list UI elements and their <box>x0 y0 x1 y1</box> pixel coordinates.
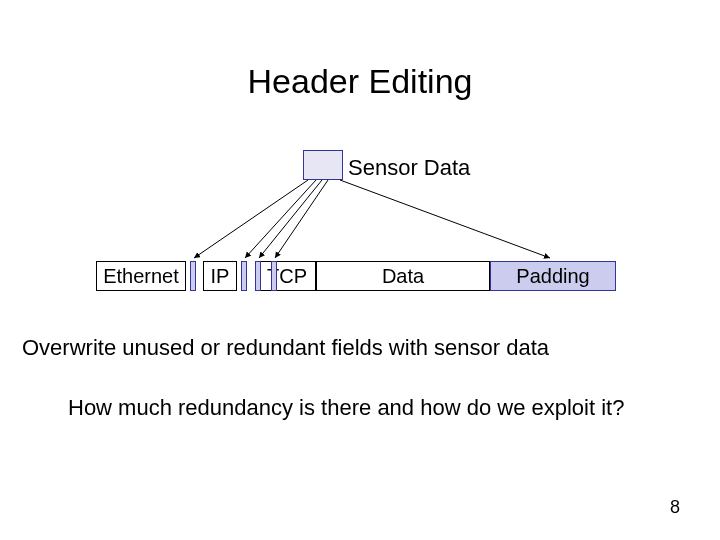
svg-line-0 <box>194 180 308 258</box>
body-line-2: How much redundancy is there and how do … <box>68 395 624 421</box>
svg-line-4 <box>340 180 550 258</box>
segment-padding: Padding <box>490 261 616 291</box>
body-line-1: Overwrite unused or redundant fields wit… <box>22 335 549 361</box>
segment-ip: IP <box>203 261 237 291</box>
page-number: 8 <box>670 497 680 518</box>
segment-tcp: TCP <box>258 261 316 291</box>
overwrite-stripe <box>271 261 277 291</box>
svg-line-1 <box>245 180 316 258</box>
overwrite-stripe <box>190 261 196 291</box>
sensor-data-box <box>303 150 343 180</box>
svg-line-3 <box>275 180 328 258</box>
sensor-data-label: Sensor Data <box>348 155 470 181</box>
svg-line-2 <box>259 180 322 258</box>
overwrite-stripe <box>241 261 247 291</box>
segment-ethernet: Ethernet <box>96 261 186 291</box>
overwrite-stripe <box>255 261 261 291</box>
slide-title: Header Editing <box>0 62 720 101</box>
segment-data: Data <box>316 261 490 291</box>
